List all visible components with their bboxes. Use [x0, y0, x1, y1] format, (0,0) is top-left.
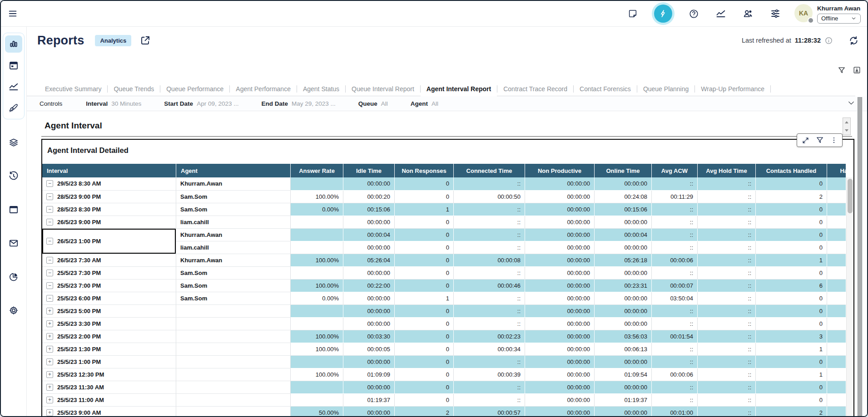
- table-cell[interactable]: 00:00:07: [652, 279, 698, 292]
- table-cell[interactable]: ::: [652, 203, 698, 216]
- agent-cell[interactable]: Sam.Som: [176, 203, 291, 216]
- table-cell[interactable]: [291, 393, 343, 406]
- collapse-toggle-icon[interactable]: −: [46, 282, 53, 289]
- expand-widget-icon[interactable]: [802, 137, 809, 144]
- agent-cell[interactable]: liam.cahill: [176, 241, 291, 254]
- table-cell[interactable]: ::: [698, 304, 756, 317]
- table-cell[interactable]: 0: [756, 228, 827, 241]
- table-cell[interactable]: 100.00%: [291, 368, 343, 381]
- agent-cell[interactable]: [176, 343, 291, 355]
- control-queue[interactable]: QueueAll: [358, 100, 388, 107]
- table-cell[interactable]: ::: [698, 177, 756, 190]
- table-cell[interactable]: 00:00:04: [595, 228, 652, 241]
- tab-wrap-up-performance[interactable]: Wrap-Up Performance: [695, 82, 770, 96]
- interval-cell[interactable]: +25/5/23 12:30 PM: [42, 368, 176, 381]
- table-cell[interactable]: 0: [756, 177, 827, 190]
- interval-cell[interactable]: +25/5/23 2:00 PM: [42, 330, 176, 343]
- table-cell[interactable]: 00:15:06: [343, 203, 395, 216]
- agent-cell[interactable]: Khurram.Awan: [176, 254, 291, 266]
- table-cell[interactable]: 00:00:00: [343, 216, 395, 228]
- nav-analytics[interactable]: [5, 268, 22, 285]
- table-cell[interactable]: 00:02:23: [454, 330, 525, 343]
- nav-settings[interactable]: [5, 302, 22, 319]
- table-cell[interactable]: 0: [827, 355, 846, 368]
- table-cell[interactable]: 00:00:00: [525, 292, 595, 304]
- table-cell[interactable]: 05:26:18: [595, 254, 652, 266]
- table-cell[interactable]: 00:00:20: [343, 190, 395, 203]
- table-cell[interactable]: 00:00:04: [343, 228, 395, 241]
- agent-cell[interactable]: [176, 317, 291, 330]
- tab-queue-trends[interactable]: Queue Trends: [108, 82, 160, 96]
- collapse-toggle-icon[interactable]: −: [46, 219, 53, 226]
- table-cell[interactable]: 00:00:00: [525, 381, 595, 393]
- agent-cell[interactable]: [176, 304, 291, 317]
- table-cell[interactable]: 00:00:00: [343, 355, 395, 368]
- settings-sliders-icon[interactable]: [770, 8, 781, 19]
- table-cell[interactable]: ::: [652, 266, 698, 279]
- table-cell[interactable]: 00:00:00: [525, 317, 595, 330]
- table-cell[interactable]: ::: [698, 368, 756, 381]
- table-cell[interactable]: 6: [756, 279, 827, 292]
- table-cell[interactable]: 01:19:37: [595, 393, 652, 406]
- agent-cell[interactable]: [176, 330, 291, 343]
- table-cell[interactable]: 00:00:06: [652, 368, 698, 381]
- table-cell[interactable]: ::: [454, 317, 525, 330]
- table-cell[interactable]: 00:00:00: [595, 304, 652, 317]
- interval-cell[interactable]: +25/5/23 11:00 AM: [42, 393, 176, 406]
- table-cell[interactable]: 00:00:50: [454, 190, 525, 203]
- table-cell[interactable]: ::: [698, 406, 756, 417]
- table-cell[interactable]: ::: [652, 216, 698, 228]
- tab-agent-performance[interactable]: Agent Performance: [230, 82, 297, 96]
- table-cell[interactable]: 0: [756, 216, 827, 228]
- table-cell[interactable]: ::: [454, 393, 525, 406]
- table-cell[interactable]: 100.00%: [291, 279, 343, 292]
- table-cell[interactable]: 0: [395, 304, 454, 317]
- collapse-toggle-icon[interactable]: −: [46, 180, 53, 187]
- table-cell[interactable]: ::: [698, 279, 756, 292]
- table-cell[interactable]: ::: [454, 241, 525, 254]
- agent-cell[interactable]: [176, 406, 291, 417]
- table-cell[interactable]: 0: [395, 355, 454, 368]
- table-cell[interactable]: ::: [698, 241, 756, 254]
- table-cell[interactable]: [291, 304, 343, 317]
- table-cell[interactable]: 0: [395, 279, 454, 292]
- collapse-toggle-icon[interactable]: −: [46, 206, 53, 213]
- table-cell[interactable]: [291, 381, 343, 393]
- table-cell[interactable]: 0: [756, 355, 827, 368]
- table-cell[interactable]: 1: [827, 368, 846, 381]
- table-cell[interactable]: 00:00:00: [525, 343, 595, 355]
- table-cell[interactable]: ::: [698, 292, 756, 304]
- table-cell[interactable]: 0: [827, 393, 846, 406]
- table-cell[interactable]: ::: [454, 216, 525, 228]
- interval-cell[interactable]: −25/5/23 7:30 PM: [42, 266, 176, 279]
- control-agent[interactable]: AgentAll: [411, 100, 438, 107]
- table-cell[interactable]: ::: [698, 355, 756, 368]
- table-cell[interactable]: ::: [652, 304, 698, 317]
- expand-toggle-icon[interactable]: +: [46, 371, 53, 378]
- table-cell[interactable]: 0: [827, 381, 846, 393]
- table-cell[interactable]: ::: [698, 203, 756, 216]
- table-cell[interactable]: 00:00:00: [595, 241, 652, 254]
- column-header-interval[interactable]: Interval: [42, 164, 176, 177]
- controls-bar[interactable]: Controls Interval30 MinutesStart DateApr…: [26, 96, 867, 111]
- table-cell[interactable]: 00:01:00: [652, 406, 698, 417]
- table-cell[interactable]: 0: [827, 228, 846, 241]
- table-cell[interactable]: 00:00:00: [525, 266, 595, 279]
- table-cell[interactable]: ::: [698, 343, 756, 355]
- column-header-non-productive[interactable]: Non Productive: [525, 164, 595, 177]
- table-cell[interactable]: 00:01:54: [652, 330, 698, 343]
- table-cell[interactable]: [291, 177, 343, 190]
- table-cell[interactable]: 1: [827, 343, 846, 355]
- expand-toggle-icon[interactable]: +: [46, 358, 53, 365]
- table-cell[interactable]: 2: [756, 406, 827, 417]
- table-cell[interactable]: 1: [756, 368, 827, 381]
- metrics-icon[interactable]: [715, 8, 726, 19]
- table-cell[interactable]: 00:00:00: [525, 330, 595, 343]
- table-cell[interactable]: 00:00:00: [525, 304, 595, 317]
- notes-icon[interactable]: [628, 9, 638, 19]
- table-cell[interactable]: ::: [698, 317, 756, 330]
- table-cell[interactable]: 03:50:04: [652, 292, 698, 304]
- table-cell[interactable]: 1: [395, 203, 454, 216]
- table-cell[interactable]: 2: [395, 406, 454, 417]
- table-cell[interactable]: ::: [652, 343, 698, 355]
